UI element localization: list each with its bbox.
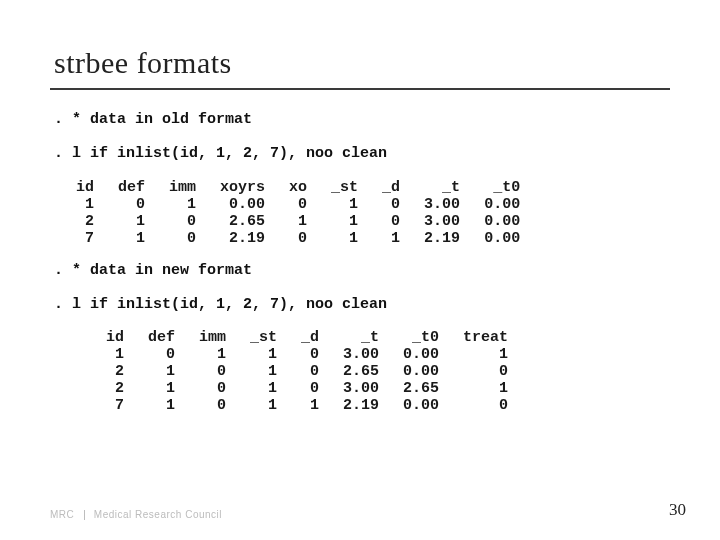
col-header: imm [157, 179, 208, 196]
col-header: def [136, 329, 187, 346]
command-list-new: . l if inlist(id, 1, 2, 7), noo clean [54, 295, 670, 315]
col-header: treat [451, 329, 520, 346]
comment-new-format: . * data in new format [54, 261, 670, 281]
col-header: _t [331, 329, 391, 346]
logo-mark: MRC [50, 509, 74, 520]
command-list-old: . l if inlist(id, 1, 2, 7), noo clean [54, 144, 670, 164]
col-header: _t [412, 179, 472, 196]
col-header: _d [370, 179, 412, 196]
col-header: xoyrs [208, 179, 277, 196]
col-header: _st [319, 179, 370, 196]
table-row: 1 0 1 1 0 3.00 0.00 1 [94, 346, 520, 363]
table-row: 7 1 0 1 1 2.19 0.00 0 [94, 397, 520, 414]
col-header: id [64, 179, 106, 196]
col-header: _t0 [391, 329, 451, 346]
table-row: 2 1 0 1 0 2.65 0.00 0 [94, 363, 520, 380]
table-row: 7 1 0 2.19 0 1 1 2.19 0.00 [64, 230, 532, 247]
col-header: def [106, 179, 157, 196]
comment-old-format: . * data in old format [54, 110, 670, 130]
table-row: 1 0 1 0.00 0 1 0 3.00 0.00 [64, 196, 532, 213]
slide-title: strbee formats [54, 46, 670, 80]
table-header-row: id def imm xoyrs xo _st _d _t _t0 [64, 179, 532, 196]
title-rule [50, 88, 670, 90]
table-header-row: id def imm _st _d _t _t0 treat [94, 329, 520, 346]
col-header: id [94, 329, 136, 346]
page-number: 30 [669, 500, 686, 520]
col-header: _st [238, 329, 289, 346]
table-row: 2 1 0 1 0 3.00 2.65 1 [94, 380, 520, 397]
logo-text: Medical Research Council [94, 509, 222, 520]
col-header: imm [187, 329, 238, 346]
logo-divider [84, 510, 85, 520]
footer-logo: MRC Medical Research Council [50, 509, 222, 520]
table-row: 2 1 0 2.65 1 1 0 3.00 0.00 [64, 213, 532, 230]
slide: strbee formats . * data in old format . … [0, 0, 720, 540]
table-old-format: id def imm xoyrs xo _st _d _t _t0 1 0 1 … [64, 179, 532, 247]
col-header: xo [277, 179, 319, 196]
col-header: _d [289, 329, 331, 346]
table-new-format: id def imm _st _d _t _t0 treat 1 0 1 1 0… [94, 329, 520, 414]
col-header: _t0 [472, 179, 532, 196]
